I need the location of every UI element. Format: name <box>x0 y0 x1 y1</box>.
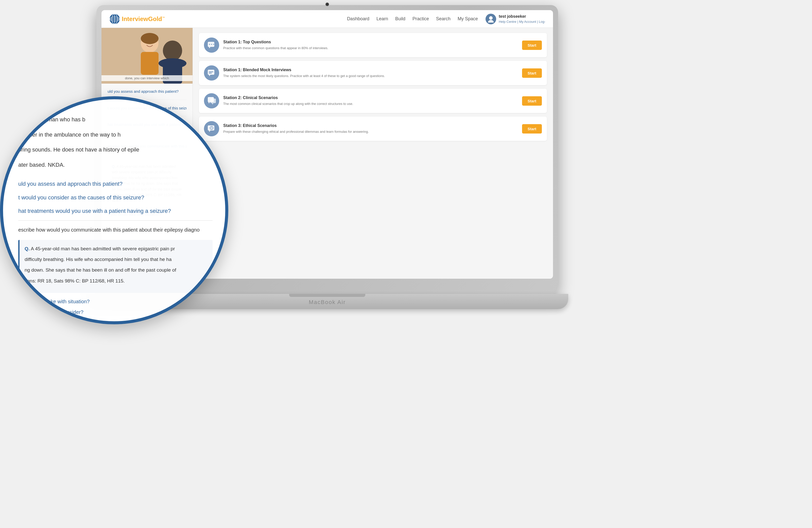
start-button-2[interactable]: Start <box>522 69 542 78</box>
logo-text: InterviewGold™ <box>122 15 165 22</box>
station-desc-1: Practice with these common questions tha… <box>223 46 518 51</box>
station-title-2: Station 1: Blended Mock Interviews <box>223 67 518 72</box>
circle-content: 32 year old man who has b another in the… <box>3 99 225 321</box>
station-icon-1 <box>204 37 219 53</box>
svg-point-17 <box>211 44 212 45</box>
laptop-hinge <box>289 294 365 297</box>
svg-rect-25 <box>210 99 216 103</box>
my-account-link[interactable]: My Account <box>519 20 536 24</box>
nav-dashboard[interactable]: Dashboard <box>347 16 369 21</box>
station-info-4: Station 3: Ethical Scenarios Prepare wit… <box>223 123 518 134</box>
q-label: Q. <box>25 246 30 251</box>
svg-marker-26 <box>212 103 213 105</box>
svg-point-5 <box>489 16 493 20</box>
circle-question-2: t would you consider as the causes of th… <box>18 193 213 202</box>
svg-point-13 <box>159 58 186 69</box>
svg-point-18 <box>213 44 214 45</box>
station-card-top-questions: Station 1: Top Questions Practice with t… <box>199 33 547 57</box>
station-icon-2 <box>204 65 219 80</box>
webcam-dot <box>325 2 329 6</box>
start-button-3[interactable]: Start <box>522 96 542 106</box>
svg-marker-28 <box>209 131 210 132</box>
scenario-text-3: oring sounds. He does not have a history… <box>18 145 213 155</box>
station-card-blended: Station 1: Blended Mock Interviews The s… <box>199 61 547 85</box>
nav-learn[interactable]: Learn <box>376 16 388 21</box>
scenario-text-2: another in the ambulance on the way to h <box>18 130 213 140</box>
station-desc-4: Prepare with these challenging ethical a… <box>223 129 518 134</box>
nav-build[interactable]: Build <box>395 16 405 21</box>
svg-marker-15 <box>209 47 210 48</box>
interview-image: done, you can interview which <box>101 28 192 84</box>
svg-rect-21 <box>209 72 213 72</box>
station-icon-3 <box>204 93 219 108</box>
user-area: test jobseeker Help Centre | My Account … <box>485 14 546 24</box>
scenario-line-4: tions: RR 18, Sats 98% C: BP 112/68, HR … <box>25 277 207 285</box>
station-title-3: Station 2: Clinical Scenarios <box>223 95 518 100</box>
user-links: Help Centre | My Account | Log- <box>499 19 546 24</box>
station-card-clinical: Station 2: Clinical Scenarios The most c… <box>199 89 547 113</box>
svg-point-11 <box>163 41 182 61</box>
station-desc-2: The system selects the most likely quest… <box>223 74 518 78</box>
scenario-box-large: Q. A 45-year-old man has been admitted w… <box>18 240 213 293</box>
station-info-1: Station 1: Top Questions Practice with t… <box>223 40 518 51</box>
svg-point-16 <box>209 44 210 45</box>
logout-link[interactable]: Log- <box>539 20 546 24</box>
help-centre-link[interactable]: Help Centre <box>499 20 516 24</box>
chat-icon-1 <box>207 41 216 49</box>
start-button-4[interactable]: Start <box>522 124 542 134</box>
svg-point-10 <box>141 33 159 44</box>
chat-icon-3 <box>207 96 216 105</box>
circle-question-3: hat treatments would you use with a pati… <box>18 207 213 215</box>
svg-marker-24 <box>208 102 210 104</box>
user-avatar <box>485 14 496 24</box>
logo-area: InterviewGold™ <box>109 13 165 25</box>
user-name: test jobseeker <box>499 14 546 19</box>
station-info-2: Station 1: Blended Mock Interviews The s… <box>223 67 518 78</box>
user-icon <box>487 15 494 22</box>
nav-myspace[interactable]: My Space <box>458 16 478 21</box>
station-desc-3: The most common clinical scenarios that … <box>223 101 518 106</box>
station-card-ethical: Station 3: Ethical Scenarios Prepare wit… <box>199 117 547 141</box>
station-title-1: Station 1: Top Questions <box>223 40 518 44</box>
user-info: test jobseeker Help Centre | My Account … <box>499 14 546 24</box>
nav-search[interactable]: Search <box>436 16 450 21</box>
svg-rect-22 <box>209 73 212 74</box>
circle-question-4: escribe how would you communicate with t… <box>18 226 213 234</box>
svg-marker-20 <box>209 75 210 76</box>
svg-rect-27 <box>208 125 214 131</box>
station-title-4: Station 3: Ethical Scenarios <box>223 123 518 128</box>
scenario-line-3: ng down. She says that he has been ill o… <box>25 266 207 274</box>
circle-question-1: uld you assess and approach this patient… <box>18 179 213 188</box>
macbook-label: MacBook Air <box>309 299 346 305</box>
right-panel: Station 1: Top Questions Practice with t… <box>193 28 553 279</box>
start-button-1[interactable]: Start <box>522 41 542 50</box>
nav-practice[interactable]: Practice <box>412 16 429 21</box>
scenario-text-4: ater based. NKDA. <box>18 160 213 170</box>
circle-overlay: 32 year old man who has b another in the… <box>0 96 228 324</box>
scenario-line-2: difficulty breathing. His wife who accom… <box>25 255 207 264</box>
station-info-3: Station 2: Clinical Scenarios The most c… <box>223 95 518 106</box>
station-icon-4 <box>204 121 219 136</box>
nav-links: Dashboard Learn Build Practice Search My… <box>347 16 478 21</box>
svg-rect-9 <box>141 52 159 75</box>
logo-globe-icon <box>109 13 120 25</box>
chat-icon-4 <box>207 124 216 133</box>
navbar: InterviewGold™ Dashboard Learn Build Pra… <box>101 10 553 28</box>
image-caption: done, you can interview which <box>101 75 192 81</box>
svg-point-31 <box>211 129 212 129</box>
chat-icon-2 <box>207 69 216 77</box>
svg-point-6 <box>488 20 494 22</box>
